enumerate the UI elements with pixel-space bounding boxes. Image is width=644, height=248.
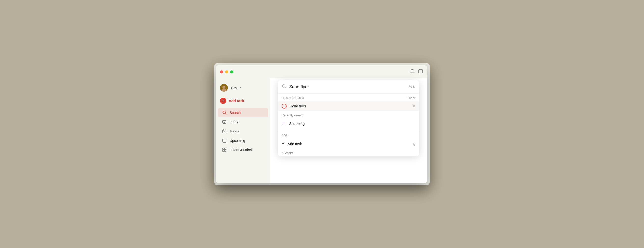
recent-search-text: Send flyer [290, 104, 409, 108]
recent-searches-header: Recent searches Clear [278, 94, 419, 101]
user-name: Tim [230, 86, 236, 90]
clear-button[interactable]: Clear [408, 96, 415, 100]
sidebar-item-filters-label: Filters & Labels [230, 148, 253, 152]
sidebar-item-today-label: Today [230, 129, 239, 133]
add-task-circle-icon: + [220, 98, 226, 104]
add-task-result-text: Add task [288, 142, 410, 146]
maximize-button[interactable] [230, 70, 234, 74]
svg-rect-16 [224, 141, 224, 141]
ai-assist-label: AI Assist [278, 149, 419, 156]
avatar [220, 84, 228, 92]
sidebar-item-today[interactable]: 21 Today [218, 127, 268, 136]
sidebar-item-search[interactable]: Search [218, 108, 268, 117]
svg-point-27 [282, 122, 283, 122]
svg-rect-20 [222, 150, 224, 152]
search-nav-icon [222, 110, 227, 115]
svg-rect-15 [223, 141, 224, 141]
svg-line-23 [285, 87, 286, 88]
sidebar-item-upcoming[interactable]: Upcoming [218, 136, 268, 145]
main-panel: Send flyer ⌘ K Recent searches Clear Sen… [270, 78, 427, 183]
svg-rect-21 [224, 150, 226, 152]
search-input-row[interactable]: Send flyer ⌘ K [278, 80, 419, 94]
add-section-label: Add [278, 131, 419, 138]
svg-point-22 [282, 85, 285, 87]
add-task-result[interactable]: + Add task Q [278, 138, 419, 149]
today-icon: 21 [222, 129, 227, 134]
inbox-icon [222, 119, 227, 124]
svg-rect-0 [419, 70, 422, 73]
plus-icon: + [282, 141, 285, 146]
svg-point-29 [282, 124, 283, 124]
svg-line-6 [225, 113, 226, 114]
recent-searches-label: Recent searches [282, 96, 304, 100]
svg-rect-17 [225, 141, 226, 141]
traffic-lights [220, 70, 234, 74]
user-chevron-icon: ▾ [240, 86, 241, 89]
add-task-button[interactable]: + Add task [216, 96, 270, 106]
task-circle-icon [282, 104, 287, 109]
sidebar-toggle-icon[interactable] [418, 69, 423, 75]
add-task-shortcut: Q [413, 142, 415, 145]
sidebar-item-search-label: Search [230, 111, 240, 115]
search-overlay: Send flyer ⌘ K Recent searches Clear Sen… [278, 80, 419, 156]
svg-point-3 [222, 86, 225, 89]
svg-text:21: 21 [224, 131, 225, 133]
search-query[interactable]: Send flyer [289, 84, 406, 90]
close-button[interactable] [220, 70, 223, 74]
sidebar-item-filters[interactable]: Filters & Labels [218, 145, 268, 154]
add-task-label: Add task [229, 99, 244, 103]
sidebar: Tim ▾ + Add task [216, 78, 270, 183]
divider [278, 130, 419, 130]
svg-point-5 [223, 111, 226, 114]
remove-recent-icon[interactable]: ✕ [412, 104, 415, 108]
list-icon [282, 121, 286, 126]
recently-viewed-item-shopping[interactable]: Shopping [278, 118, 419, 129]
sidebar-item-inbox[interactable]: Inbox [218, 117, 268, 126]
search-shortcut: ⌘ K [409, 85, 415, 89]
svg-rect-13 [222, 139, 226, 142]
filters-icon [222, 147, 227, 152]
search-input-icon [282, 84, 287, 90]
svg-rect-18 [222, 148, 224, 150]
user-profile[interactable]: Tim ▾ [216, 82, 270, 96]
sidebar-item-upcoming-label: Upcoming [230, 139, 245, 143]
sidebar-item-inbox-label: Inbox [230, 120, 238, 124]
recently-viewed-text: Shopping [289, 121, 304, 126]
svg-point-28 [282, 123, 283, 123]
minimize-button[interactable] [225, 70, 228, 74]
bell-icon[interactable] [410, 69, 415, 75]
recent-search-item-send-flyer[interactable]: Send flyer ✕ [278, 101, 419, 111]
svg-rect-19 [224, 148, 226, 150]
svg-rect-7 [222, 120, 226, 123]
recently-viewed-label: Recently viewed [278, 111, 419, 118]
upcoming-icon [222, 138, 227, 143]
